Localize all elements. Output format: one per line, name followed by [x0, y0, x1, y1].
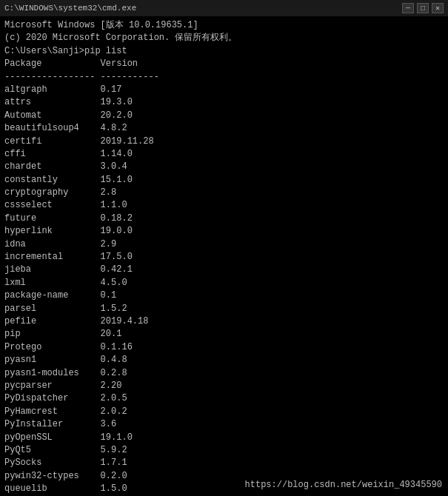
title-bar-text: C:\WINDOWS\system32\cmd.exe — [4, 4, 136, 13]
package-line: lxml 4.5.0 — [4, 277, 444, 289]
cmd-window: C:\WINDOWS\system32\cmd.exe ─ □ ✕ Micros… — [0, 0, 448, 496]
package-line: pyasn1-modules 0.2.8 — [4, 367, 444, 380]
terminal-lines: Microsoft Windows [版本 10.0.19635.1](c) 2… — [4, 19, 444, 496]
title-bar-buttons: ─ □ ✕ — [402, 3, 444, 13]
package-line: cryptography 2.8 — [4, 187, 444, 199]
title-bar: C:\WINDOWS\system32\cmd.exe ─ □ ✕ — [0, 0, 448, 16]
package-line: PyDispatcher 2.0.5 — [4, 392, 444, 405]
terminal-line: C:\Users\Sanji>pip list — [4, 45, 444, 58]
minimize-button[interactable]: ─ — [402, 3, 414, 13]
package-line: PySocks 1.7.1 — [4, 457, 444, 469]
terminal-line: (c) 2020 Microsoft Corporation. 保留所有权利。 — [4, 32, 444, 44]
package-line: cffi 1.14.0 — [4, 148, 444, 161]
package-line: future 0.18.2 — [4, 212, 444, 225]
package-line: PyQt5 5.9.2 — [4, 444, 444, 457]
package-line: jieba 0.42.1 — [4, 264, 444, 276]
package-line: pyOpenSSL 19.1.0 — [4, 432, 444, 444]
package-line: PyHamcrest 2.0.2 — [4, 406, 444, 418]
maximize-button[interactable]: □ — [417, 3, 429, 13]
footer-link: https://blog.csdn.net/weixin_49345590 — [245, 479, 442, 492]
package-line: cssselect 1.1.0 — [4, 199, 444, 212]
terminal-line: Package Version — [4, 58, 444, 70]
package-line: pycparser 2.20 — [4, 380, 444, 392]
package-line: package-name 0.1 — [4, 289, 444, 302]
package-line: pefile 2019.4.18 — [4, 315, 444, 328]
close-button[interactable]: ✕ — [432, 3, 444, 13]
package-line: PyInstaller 3.6 — [4, 418, 444, 431]
terminal-line: Microsoft Windows [版本 10.0.19635.1] — [4, 19, 444, 32]
package-line: Protego 0.1.16 — [4, 341, 444, 354]
terminal-line: ----------------- ----------- — [4, 71, 444, 84]
package-line: hyperlink 19.0.0 — [4, 225, 444, 238]
package-line: idna 2.9 — [4, 238, 444, 251]
package-line: parsel 1.5.2 — [4, 303, 444, 315]
package-line: incremental 17.5.0 — [4, 251, 444, 264]
package-line: certifi 2019.11.28 — [4, 135, 444, 148]
package-line: Automat 20.2.0 — [4, 110, 444, 122]
package-line: chardet 3.0.4 — [4, 161, 444, 173]
package-line: attrs 19.3.0 — [4, 96, 444, 109]
package-line: beautifulsoup4 4.8.2 — [4, 122, 444, 135]
package-line: altgraph 0.17 — [4, 84, 444, 96]
package-line: pip 20.1 — [4, 328, 444, 341]
package-line: pyasn1 0.4.8 — [4, 354, 444, 366]
terminal-content: Microsoft Windows [版本 10.0.19635.1](c) 2… — [0, 16, 448, 496]
package-line: constantly 15.1.0 — [4, 174, 444, 187]
